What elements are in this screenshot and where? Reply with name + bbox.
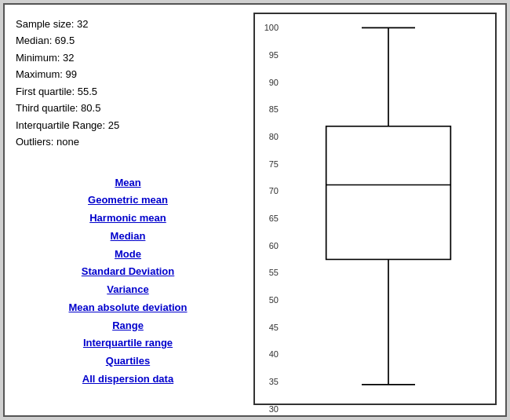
y-axis-label: 95: [269, 50, 279, 60]
maximum-stat: Maximum: 99: [16, 66, 240, 82]
y-axis-label: 60: [269, 241, 279, 250]
y-axis-label: 35: [269, 377, 279, 386]
first-quartile-stat: First quartile: 55.5: [16, 83, 240, 100]
variance-link[interactable]: Variance: [107, 281, 149, 299]
std-dev-link[interactable]: Standard Deviation: [82, 263, 174, 281]
y-axis: 1009590858075706560555045403530: [255, 14, 282, 404]
mad-link[interactable]: Mean absolute deviation: [69, 299, 188, 317]
iqr-stat: Interquartile Range: 25: [16, 117, 240, 133]
iqr-link[interactable]: Interquartile range: [83, 334, 173, 352]
links-block: MeanGeometric meanHarmonic meanMedianMod…: [16, 174, 240, 389]
y-axis-label: 80: [269, 132, 279, 141]
y-axis-label: 100: [264, 23, 279, 32]
chart-area: [282, 14, 495, 404]
boxplot-svg: [282, 14, 495, 404]
stats-block: Sample size: 32 Median: 69.5 Minimum: 32…: [16, 16, 240, 151]
median-stat: Median: 69.5: [16, 32, 240, 49]
y-axis-label: 30: [269, 404, 279, 414]
left-panel: Sample size: 32 Median: 69.5 Minimum: 32…: [5, 5, 248, 415]
all-dispersion-link[interactable]: All dispersion data: [82, 371, 173, 389]
outliers-stat: Outliers: none: [16, 133, 240, 150]
median-link[interactable]: Median: [111, 228, 146, 246]
geometric-mean-link[interactable]: Geometric mean: [88, 192, 168, 210]
harmonic-mean-link[interactable]: Harmonic mean: [89, 210, 166, 228]
sample-size: Sample size: 32: [16, 16, 240, 32]
mode-link[interactable]: Mode: [115, 246, 141, 264]
mean-link[interactable]: Mean: [115, 174, 140, 192]
y-axis-label: 55: [269, 268, 279, 277]
y-axis-label: 90: [269, 78, 279, 87]
y-axis-label: 40: [269, 349, 279, 359]
y-axis-label: 85: [269, 104, 279, 114]
y-axis-label: 65: [269, 214, 279, 223]
y-axis-label: 70: [269, 186, 279, 195]
y-axis-label: 50: [269, 295, 279, 305]
svg-rect-0: [326, 126, 451, 260]
y-axis-label: 75: [269, 159, 279, 169]
main-frame: Sample size: 32 Median: 69.5 Minimum: 32…: [3, 3, 507, 417]
minimum-stat: Minimum: 32: [16, 49, 240, 66]
range-link[interactable]: Range: [112, 317, 144, 335]
right-panel: 1009590858075706560555045403530: [248, 5, 505, 415]
y-axis-label: 45: [269, 323, 279, 332]
third-quartile-stat: Third quartile: 80.5: [16, 100, 240, 116]
quartiles-link[interactable]: Quartiles: [106, 352, 150, 371]
chart-container: 1009590858075706560555045403530: [253, 13, 497, 405]
